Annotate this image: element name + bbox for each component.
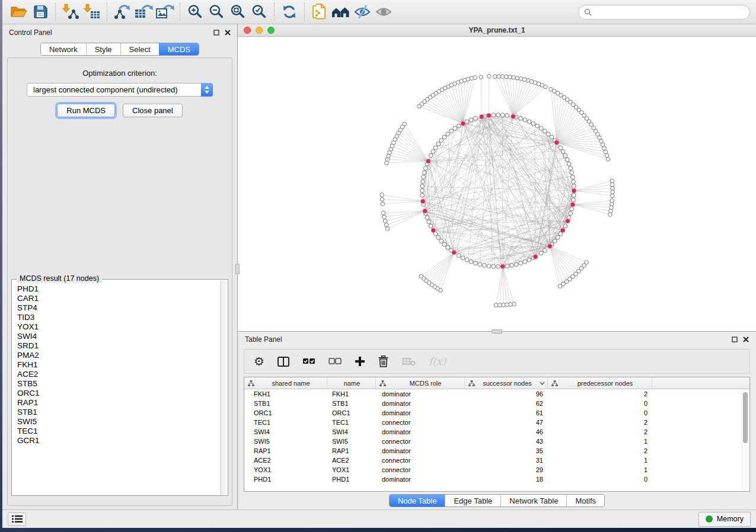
graph-node[interactable] — [539, 126, 543, 130]
graph-leaf-node[interactable] — [385, 227, 390, 231]
tab-select[interactable]: Select — [120, 43, 159, 55]
float-panel-icon[interactable] — [213, 30, 219, 36]
graph-node[interactable] — [439, 239, 444, 243]
graph-node[interactable] — [469, 259, 473, 264]
graph-hub-node[interactable] — [511, 114, 516, 119]
graph-node[interactable] — [436, 236, 441, 240]
graph-node[interactable] — [567, 162, 571, 166]
graph-edge[interactable] — [551, 89, 557, 143]
graph-edge[interactable] — [387, 161, 428, 163]
graph-edge[interactable] — [503, 267, 514, 304]
graph-leaf-node[interactable] — [606, 158, 610, 162]
mcds-result-item[interactable]: PMA2 — [17, 351, 219, 360]
graph-edge[interactable] — [574, 181, 612, 191]
graph-edge[interactable] — [500, 267, 503, 305]
show-preview-button[interactable] — [373, 2, 394, 22]
graph-edge[interactable] — [557, 118, 587, 143]
graph-edge[interactable] — [387, 211, 425, 225]
mcds-result-item[interactable]: SWI5 — [17, 417, 219, 427]
graph-hub-node[interactable] — [565, 219, 570, 223]
graph-node[interactable] — [572, 198, 576, 202]
graph-node[interactable] — [474, 116, 478, 120]
graph-edge[interactable] — [463, 78, 475, 124]
memory-button[interactable]: Memory — [698, 512, 751, 527]
mcds-result-item[interactable]: ACE2 — [17, 370, 219, 379]
graph-hub-node[interactable] — [500, 264, 505, 269]
graph-node[interactable] — [442, 242, 446, 246]
close-panel-icon[interactable] — [743, 336, 749, 342]
graph-node[interactable] — [561, 149, 565, 153]
add-column-icon[interactable] — [355, 356, 365, 367]
zoom-fit-button[interactable] — [227, 2, 248, 22]
graph-edge[interactable] — [574, 188, 613, 191]
table-row[interactable]: FKH1FKH1dominator962 — [244, 389, 749, 399]
graph-leaf-node[interactable] — [508, 75, 512, 79]
mcds-result-item[interactable]: STB5 — [17, 379, 219, 389]
graph-node[interactable] — [422, 171, 426, 175]
tab-edge-table[interactable]: Edge Table — [445, 495, 500, 507]
graph-edge[interactable] — [550, 246, 584, 265]
graph-leaf-node[interactable] — [381, 211, 385, 215]
graph-node[interactable] — [519, 116, 523, 120]
graph-node[interactable] — [420, 184, 425, 188]
graph-node[interactable] — [539, 251, 543, 255]
save-session-button[interactable] — [30, 2, 51, 22]
graph-edge[interactable] — [382, 201, 423, 204]
graph-node[interactable] — [527, 120, 531, 124]
graph-hub-node[interactable] — [423, 209, 428, 213]
graph-node[interactable] — [496, 265, 500, 269]
graph-leaf-node[interactable] — [610, 182, 614, 187]
graph-node[interactable] — [523, 259, 527, 264]
graph-leaf-node[interactable] — [382, 215, 387, 219]
graph-leaf-node[interactable] — [519, 77, 523, 81]
graph-hub-node[interactable] — [560, 228, 565, 233]
graph-edge[interactable] — [550, 136, 550, 246]
graph-node[interactable] — [569, 166, 573, 171]
graph-leaf-node[interactable] — [487, 74, 492, 78]
column-header-predecessor-nodes[interactable]: predecessor nodes — [548, 377, 652, 389]
graph-node[interactable] — [563, 224, 567, 228]
graph-edge[interactable] — [422, 187, 574, 191]
graph-edge[interactable] — [550, 246, 586, 262]
graph-hub-node[interactable] — [572, 188, 576, 193]
graph-node[interactable] — [461, 256, 465, 260]
mcds-result-item[interactable]: ORC1 — [17, 389, 219, 398]
tab-motifs[interactable]: Motifs — [566, 495, 604, 507]
graph-leaf-node[interactable] — [493, 75, 497, 79]
graph-node[interactable] — [510, 264, 514, 268]
mcds-result-item[interactable]: RAP1 — [17, 398, 219, 408]
graph-node[interactable] — [436, 142, 441, 146]
graph-node[interactable] — [449, 129, 454, 133]
graph-leaf-node[interactable] — [380, 197, 384, 201]
tab-network[interactable]: Network — [41, 43, 86, 55]
table-row[interactable]: STB1STB1dominator620 — [244, 399, 749, 408]
graph-node[interactable] — [429, 153, 433, 158]
graph-leaf-node[interactable] — [610, 179, 614, 183]
table-row[interactable]: SWI5SWI5connector431 — [244, 437, 749, 446]
graph-leaf-node[interactable] — [515, 76, 519, 80]
window-minimize-icon[interactable] — [256, 27, 263, 34]
search-input[interactable] — [595, 8, 744, 16]
graph-node[interactable] — [492, 264, 496, 268]
select-all-icon[interactable] — [302, 357, 315, 366]
column-header-successor-nodes[interactable]: successor nodes — [465, 377, 548, 389]
graph-leaf-node[interactable] — [611, 190, 615, 194]
column-header-shared-name[interactable]: shared name — [244, 377, 327, 389]
mcds-result-item[interactable]: FKH1 — [17, 360, 219, 370]
graph-node[interactable] — [571, 175, 575, 180]
graph-node[interactable] — [442, 135, 446, 139]
table-row[interactable]: ACE2ACE2connector311 — [244, 456, 749, 465]
table-scrollbar[interactable] — [742, 390, 748, 490]
graph-leaf-node[interactable] — [497, 75, 501, 79]
graph-edge[interactable] — [513, 78, 518, 117]
graph-node[interactable] — [514, 262, 518, 267]
graph-hub-node[interactable] — [479, 114, 484, 119]
graph-edge[interactable] — [496, 267, 503, 305]
graph-leaf-node[interactable] — [608, 213, 613, 217]
graph-node[interactable] — [563, 153, 567, 158]
graph-node[interactable] — [572, 180, 576, 184]
graph-leaf-node[interactable] — [558, 284, 562, 289]
graph-node[interactable] — [535, 124, 540, 128]
graph-node[interactable] — [423, 166, 428, 171]
mcds-result-item[interactable]: SWI4 — [17, 332, 219, 341]
